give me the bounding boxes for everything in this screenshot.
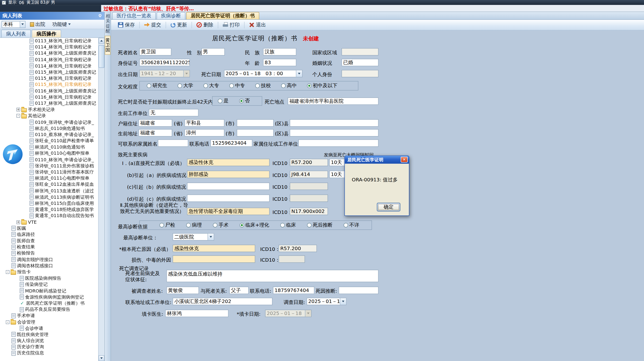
cause-c-icd-field[interactable]	[290, 183, 328, 190]
tree-item[interactable]: 0115_林张鸿_上级医师查房记	[0, 69, 98, 75]
phone2-field[interactable]: 18759767404	[273, 287, 314, 294]
radio-button-icon[interactable]	[218, 99, 222, 103]
radio-button-icon[interactable]	[307, 223, 311, 227]
tree-item[interactable]: 0110_蔡东林_申请会诊记录_	[0, 131, 98, 138]
reg-province-field[interactable]: 福建省	[138, 119, 172, 127]
respondent-field[interactable]: 黄敏俊	[166, 287, 199, 294]
print-button[interactable]: 打印	[220, 21, 242, 29]
tree-item[interactable]: 林张鸿_0115白蛋白临床使用	[0, 200, 98, 207]
radio-button-icon[interactable]	[239, 99, 244, 103]
tree-item[interactable]: 手术申请	[0, 312, 98, 319]
reg-city-field[interactable]: 平和县	[184, 119, 224, 127]
tree-item[interactable]: 检查结果	[0, 244, 98, 250]
tree-item[interactable]: 传染病登记	[0, 281, 98, 288]
reg-district-field[interactable]	[237, 119, 274, 127]
tree-item[interactable]: +VTE	[0, 219, 98, 225]
family-name-field[interactable]	[158, 140, 188, 147]
chevron-down-icon[interactable]	[183, 70, 189, 77]
chevron-down-icon[interactable]	[20, 21, 25, 28]
relation-field[interactable]: 父子	[230, 287, 249, 294]
tree-item[interactable]: 林张鸿_0113血液透析（滤过	[0, 188, 98, 194]
tree-item[interactable]: 林清武_0113疾病诊断证明书	[0, 194, 98, 200]
tree-item[interactable]: 0117_林张鸿_上级医师查房记	[0, 100, 98, 107]
radio-button-icon[interactable]	[344, 223, 348, 227]
patient-vertical-tab[interactable]: 黄卫国	[105, 36, 110, 55]
tree-item[interactable]: 林清武_0111心电图申报单	[0, 175, 98, 182]
root-cause-field[interactable]: 感染性休克	[173, 245, 255, 252]
cause-a-icd-field[interactable]: R57.200	[290, 159, 328, 166]
tree-item[interactable]: 0115_林张鸿_日常病程记录	[0, 82, 98, 88]
radio-option[interactable]: 临床	[280, 222, 296, 229]
collapse-icon[interactable]: -	[16, 114, 20, 118]
radio-option[interactable]: 是	[218, 97, 229, 105]
radio-option[interactable]: 技校	[255, 82, 271, 89]
scroll-down-arrow[interactable]	[98, 355, 104, 361]
chevron-down-icon[interactable]	[305, 310, 311, 317]
radio-button-icon[interactable]	[147, 84, 151, 88]
marital-field[interactable]: 已婚	[342, 59, 378, 66]
radio-button-icon[interactable]	[255, 84, 260, 88]
radio-button-icon[interactable]	[280, 223, 285, 227]
death-place-field[interactable]: 福建省漳州市平和县医院	[288, 97, 378, 105]
scroll-up-arrow[interactable]	[98, 38, 104, 44]
ethnic-field[interactable]: 汉族	[263, 48, 296, 56]
death-date-combo[interactable]: 2025－01－18 03：00	[224, 70, 302, 77]
radio-option[interactable]: 高中	[281, 82, 297, 89]
radio-option[interactable]: 临床+理化	[240, 222, 269, 229]
show-checkbox[interactable]: ✓	[2, 1, 6, 5]
pin-icon[interactable]	[98, 14, 102, 18]
tree-item[interactable]: +手术相关记录	[0, 107, 98, 113]
tree-item[interactable]: 食源性疾病病例监测病例登记	[0, 294, 98, 300]
radio-option[interactable]: 否	[239, 97, 250, 105]
tree-item[interactable]: 药品不良反应简要报告	[0, 306, 98, 313]
radio-button-icon[interactable]	[213, 223, 217, 227]
collapse-icon[interactable]: -	[6, 320, 10, 324]
root-cause-icd-field[interactable]: R57.200	[278, 245, 317, 252]
tree-item[interactable]: 历史住院信息	[0, 350, 98, 356]
tree-item[interactable]: 医嘱	[0, 225, 98, 231]
tree-scrollbar[interactable]	[98, 38, 104, 361]
birth-date-combo[interactable]: 1941－12－20	[140, 70, 190, 77]
tree-item[interactable]: 张旺金_0112血液出库单提血	[0, 182, 98, 188]
dept-select[interactable]: 本科	[2, 21, 26, 28]
function-keys-button[interactable]: 功能键	[50, 20, 73, 28]
radio-option[interactable]: 不详	[344, 222, 359, 229]
update-button[interactable]: 更新	[168, 21, 190, 29]
cause-b-field[interactable]: 肺部感染	[187, 171, 270, 178]
injury-icd-field[interactable]	[278, 255, 305, 263]
country-field[interactable]	[342, 48, 378, 56]
related-reminder-tab[interactable]: 相关提醒	[105, 14, 110, 34]
tree-item[interactable]: 医师自查	[0, 238, 98, 244]
tab-record-operations[interactable]: 病历操作	[32, 30, 61, 38]
chevron-down-icon[interactable]	[208, 233, 214, 240]
tree-item[interactable]: 黄通常_0118拒绝或放弃医学	[0, 207, 98, 213]
radio-option[interactable]: 手术	[213, 222, 228, 229]
tab-disease-diagnosis[interactable]: 疾病诊断	[156, 12, 186, 19]
family-address-field[interactable]	[298, 140, 378, 147]
collapse-icon[interactable]: -	[6, 270, 10, 274]
radio-option[interactable]: 病理	[186, 222, 202, 229]
tree-item[interactable]: 病人综合浏览	[0, 338, 98, 344]
radio-option[interactable]: 研究生	[147, 82, 167, 89]
tree-item[interactable]: 0114_林张鸿_日常病程记录	[0, 44, 98, 51]
save-button[interactable]: 保存	[115, 21, 138, 29]
radio-button-icon[interactable]	[178, 84, 182, 88]
radio-option[interactable]: 死后推断	[307, 222, 332, 229]
cause-d-field[interactable]	[187, 195, 270, 202]
tree-item[interactable]: 林志兵_0110病危通知书	[0, 125, 98, 132]
cause-d-icd-field[interactable]	[290, 195, 328, 202]
tree-item[interactable]: 0116_林张鸿_上级医师查房记	[0, 88, 98, 94]
radio-button-icon[interactable]	[240, 223, 244, 227]
expand-icon[interactable]: +	[16, 108, 20, 112]
diagnosis-unit-combo[interactable]: 二级医院	[173, 233, 214, 241]
tree-item[interactable]: 0114_林张鸿_上级医师查房记	[0, 51, 98, 57]
radio-option[interactable]: 尸检	[160, 222, 175, 229]
tree-item[interactable]: 历史诊疗查询	[0, 344, 98, 350]
cause-a-field[interactable]: 感染性休克	[187, 159, 270, 166]
sex-field[interactable]: 男	[201, 48, 225, 56]
tree-item[interactable]: 调阅杏林院感接口	[0, 263, 98, 269]
deceased-name-field[interactable]: 黄卫国	[140, 48, 172, 56]
tree-item[interactable]: ✓居民死亡医学证明（推断）书	[0, 300, 98, 306]
tree-item[interactable]: 0114_林张鸿_日常病程记录	[0, 57, 98, 63]
tree-item[interactable]: 0114_林张鸿_日常病程记录	[0, 63, 98, 69]
